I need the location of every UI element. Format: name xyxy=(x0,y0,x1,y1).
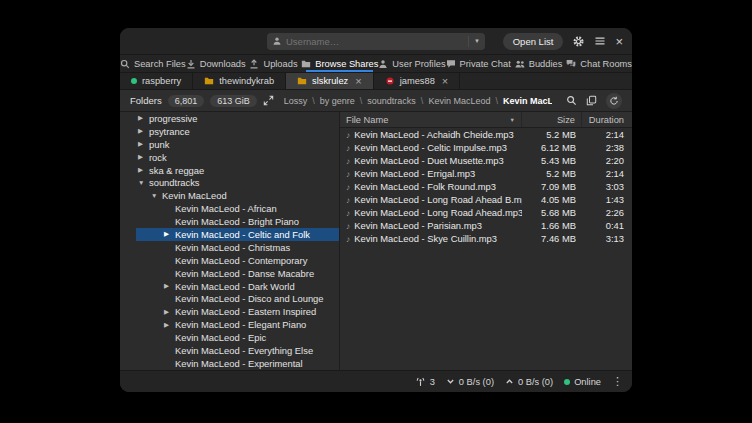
tree-item-label: Kevin MacLeod - Experimental xyxy=(175,358,303,369)
connections-count: 3 xyxy=(430,377,435,387)
tab-private-chat[interactable]: Private Chat xyxy=(446,55,511,72)
tab-uploads[interactable]: Uploads xyxy=(246,55,302,72)
expander-closed-icon[interactable]: ▶ xyxy=(138,127,149,135)
tree-item[interactable]: ▶ska & reggae xyxy=(136,164,339,177)
tree-item[interactable]: Kevin MacLeod - African xyxy=(136,202,339,215)
expander-open-icon[interactable]: ▼ xyxy=(151,192,162,199)
file-row[interactable]: ♪Kevin MacLeod - Errigal.mp35.2 MB2:14 xyxy=(340,167,632,180)
tree-item-label: Kevin MacLeod - Elegant Piano xyxy=(175,319,306,330)
close-tab-icon[interactable]: × xyxy=(355,76,361,87)
open-list-button[interactable]: Open List xyxy=(503,33,564,50)
tab-label: User Profiles xyxy=(392,59,445,69)
expander-closed-icon[interactable]: ▶ xyxy=(164,230,175,238)
header-actions: Open List × xyxy=(503,33,632,50)
music-note-icon: ♪ xyxy=(346,234,350,244)
user-tab-slskrulez[interactable]: slskrulez× xyxy=(286,73,374,89)
search-icon[interactable] xyxy=(566,95,577,106)
expander-closed-icon[interactable]: ▶ xyxy=(138,114,149,122)
tab-search-files[interactable]: Search Files xyxy=(120,55,186,72)
tree-item[interactable]: Kevin MacLeod - Everything Else xyxy=(136,344,339,357)
file-table-body: ♪Kevin MacLeod - Achaidh Cheide.mp35.2 M… xyxy=(340,128,632,245)
user-tab-raspberry[interactable]: raspberry xyxy=(120,73,193,89)
copy-icon[interactable] xyxy=(586,95,597,106)
status-menu-icon[interactable]: ⋮ xyxy=(612,375,623,388)
tree-item[interactable]: ▶Kevin MacLeod - Celtic and Folk xyxy=(136,228,339,241)
file-row[interactable]: ♪Kevin MacLeod - Duet Musette.mp35.43 MB… xyxy=(340,154,632,167)
file-row[interactable]: ♪Kevin MacLeod - Folk Round.mp37.09 MB3:… xyxy=(340,180,632,193)
breadcrumb-item[interactable]: by genre xyxy=(320,96,355,106)
file-row[interactable]: ♪Kevin MacLeod - Skye Cuillin.mp37.46 MB… xyxy=(340,232,632,245)
tree-item[interactable]: Kevin MacLeod - Contemporary xyxy=(136,254,339,267)
tree-item[interactable]: Kevin MacLeod - Bright Piano xyxy=(136,215,339,228)
tree-item-label: Kevin MacLeod - Christmas xyxy=(175,242,290,253)
user-tab-thewindykrab[interactable]: thewindykrab xyxy=(193,73,286,89)
expander-closed-icon[interactable]: ▶ xyxy=(164,321,175,329)
expand-icon[interactable] xyxy=(263,95,274,106)
tab-buddies[interactable]: Buddies xyxy=(511,55,567,72)
tree-item[interactable]: ▶psytrance xyxy=(136,125,339,138)
file-size: 5.2 MB xyxy=(522,168,582,179)
music-note-icon: ♪ xyxy=(346,130,350,140)
close-tab-icon[interactable]: × xyxy=(442,76,448,87)
tree-item[interactable]: Kevin MacLeod - Epic xyxy=(136,331,339,344)
connections-status[interactable]: 3 xyxy=(415,376,435,387)
expander-closed-icon[interactable]: ▶ xyxy=(164,308,175,316)
content-area: ▶progressive▶psytrance▶punk▶rock▶ska & r… xyxy=(120,112,632,370)
tree-item[interactable]: ▶progressive xyxy=(136,112,339,125)
tree-item[interactable]: ▶rock xyxy=(136,151,339,164)
download-rate[interactable]: 0 B/s (0) xyxy=(446,377,494,387)
column-header-file-name[interactable]: File Name▼ xyxy=(340,112,522,127)
column-label: File Name xyxy=(346,115,388,125)
menu-hamburger-icon[interactable] xyxy=(594,35,606,47)
tab-browse-shares[interactable]: Browse Shares xyxy=(301,55,378,72)
expander-open-icon[interactable]: ▼ xyxy=(138,179,149,186)
file-row[interactable]: ♪Kevin MacLeod - Long Road Ahead.mp35.68… xyxy=(340,206,632,219)
expander-closed-icon[interactable]: ▶ xyxy=(164,282,175,290)
file-row[interactable]: ♪Kevin MacLeod - Celtic Impulse.mp36.12 … xyxy=(340,141,632,154)
breadcrumb-item[interactable]: Kevin MacLeod xyxy=(428,96,490,106)
file-duration: 2:20 xyxy=(582,155,632,166)
close-window-icon[interactable]: × xyxy=(615,35,623,48)
breadcrumb-item[interactable]: Kevin MacLeod - Celtic and Folk xyxy=(503,96,552,106)
breadcrumb-item[interactable]: Lossy xyxy=(284,96,308,106)
file-row[interactable]: ♪Kevin MacLeod - Long Road Ahead B.mp34.… xyxy=(340,193,632,206)
file-row[interactable]: ♪Kevin MacLeod - Achaidh Cheide.mp35.2 M… xyxy=(340,128,632,141)
header-bar: ▼ Open List × xyxy=(120,28,632,55)
settings-gear-icon[interactable] xyxy=(572,35,585,48)
refresh-button[interactable] xyxy=(606,93,622,109)
column-header-size[interactable]: Size xyxy=(522,112,582,127)
username-combo[interactable]: ▼ xyxy=(267,33,485,50)
breadcrumb-item[interactable]: soundtracks xyxy=(367,96,416,106)
tree-item[interactable]: ▶punk xyxy=(136,138,339,151)
tree-item[interactable]: ▶Kevin MacLeod - Dark World xyxy=(136,280,339,293)
expander-closed-icon[interactable]: ▶ xyxy=(138,166,149,174)
tab-downloads[interactable]: Downloads xyxy=(186,55,246,72)
tree-item[interactable]: ▶Kevin MacLeod - Eastern Inspired xyxy=(136,305,339,318)
tree-item[interactable]: Kevin MacLeod - Danse Macabre xyxy=(136,267,339,280)
file-row[interactable]: ♪Kevin MacLeod - Parisian.mp31.66 MB0:41 xyxy=(340,219,632,232)
folder-icon xyxy=(301,59,311,69)
tree-item[interactable]: ▼soundtracks xyxy=(136,176,339,189)
music-note-icon: ♪ xyxy=(346,156,350,166)
combo-dropdown-icon[interactable]: ▼ xyxy=(468,36,480,47)
tree-item[interactable]: Kevin MacLeod - Christmas xyxy=(136,241,339,254)
tree-item[interactable]: ▼Kevin MacLeod xyxy=(136,189,339,202)
tree-item[interactable]: Kevin MacLeod - Experimental xyxy=(136,357,339,370)
expander-closed-icon[interactable]: ▶ xyxy=(138,140,149,148)
column-header-duration[interactable]: Duration xyxy=(582,112,632,127)
expander-closed-icon[interactable]: ▶ xyxy=(138,153,149,161)
upload-rate[interactable]: 0 B/s (0) xyxy=(505,377,553,387)
tree-item[interactable]: Kevin MacLeod - Disco and Lounge xyxy=(136,292,339,305)
file-name: Kevin MacLeod - Celtic Impulse.mp3 xyxy=(354,142,507,153)
user-tab-james88[interactable]: james88× xyxy=(374,73,461,89)
tree-item[interactable]: ▶Kevin MacLeod - Elegant Piano xyxy=(136,318,339,331)
file-duration: 3:13 xyxy=(582,233,632,244)
file-panel: File Name▼SizeDuration ♪Kevin MacLeod - … xyxy=(340,112,632,370)
tab-chat-rooms[interactable]: Chat Rooms xyxy=(566,55,632,72)
file-duration: 1:43 xyxy=(582,194,632,205)
online-status[interactable]: Online xyxy=(564,377,601,387)
username-input[interactable] xyxy=(282,36,468,47)
online-status-label: Online xyxy=(574,377,601,387)
tab-user-profiles[interactable]: User Profiles xyxy=(378,55,445,72)
breadcrumb-separator: \ xyxy=(360,96,363,106)
